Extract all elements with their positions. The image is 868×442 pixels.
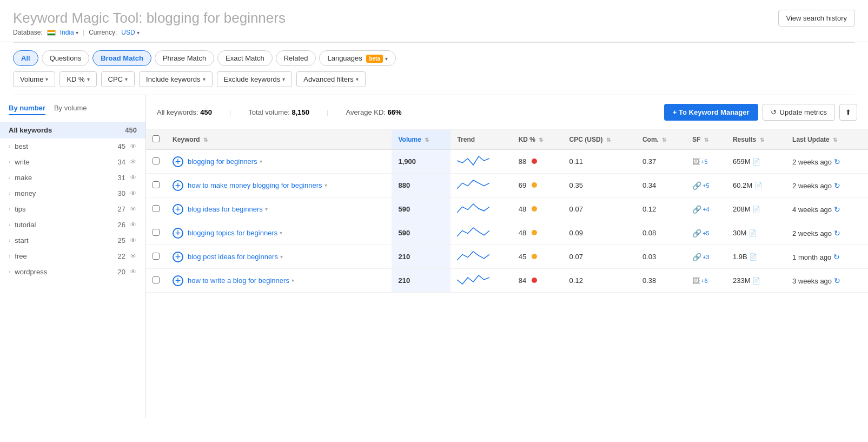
- to-keyword-manager-button[interactable]: + To Keyword Manager: [664, 104, 758, 121]
- eye-icon[interactable]: 👁: [130, 158, 137, 166]
- keyword-link[interactable]: how to make money blogging for beginners: [188, 181, 322, 189]
- volume-cell: 590: [392, 197, 450, 221]
- sidebar-item-count: 26: [118, 221, 125, 229]
- avg-kd-stat: Average KD: 66%: [346, 108, 401, 116]
- kd-cell: 48: [512, 197, 563, 221]
- add-keyword-button[interactable]: +: [173, 180, 183, 191]
- refresh-icon[interactable]: ↻: [834, 181, 840, 190]
- refresh-icon[interactable]: ↻: [834, 276, 840, 285]
- sidebar-item[interactable]: › tips 27 👁: [0, 201, 145, 217]
- eye-icon[interactable]: 👁: [130, 252, 137, 260]
- dropdown-arrow-icon[interactable]: ▾: [265, 206, 268, 212]
- th-volume[interactable]: Volume ⇅: [392, 130, 450, 150]
- eye-icon[interactable]: 👁: [130, 205, 137, 213]
- dropdown-arrow-icon[interactable]: ▾: [280, 254, 283, 260]
- update-metrics-button[interactable]: ↺ Update metrics: [763, 104, 835, 121]
- include-keywords-filter[interactable]: Include keywords ▾: [139, 71, 212, 87]
- last-update-cell: 4 weeks ago ↻: [786, 197, 868, 221]
- add-keyword-button[interactable]: +: [173, 228, 183, 239]
- chevron-right-icon: ›: [9, 238, 10, 243]
- sidebar-item[interactable]: › make 31 👁: [0, 170, 145, 186]
- table-row: + how to make money blogging for beginne…: [146, 174, 868, 197]
- eye-icon[interactable]: 👁: [130, 221, 137, 229]
- sidebar-item[interactable]: › start 25 👁: [0, 233, 145, 248]
- tab-all[interactable]: All: [13, 50, 38, 66]
- dropdown-arrow-icon[interactable]: ▾: [324, 182, 327, 188]
- sidebar-item[interactable]: › wordpress 20 👁: [0, 264, 145, 280]
- row-checkbox[interactable]: [153, 205, 160, 212]
- th-cpc[interactable]: CPC (USD) ⇅: [563, 130, 636, 150]
- sidebar-item-count: 45: [118, 142, 125, 150]
- export-button[interactable]: ⬆: [839, 104, 857, 121]
- keyword-link[interactable]: blog post ideas for beginners: [188, 253, 278, 261]
- cpc-filter[interactable]: CPC ▾: [101, 71, 135, 87]
- kd-indicator: [532, 182, 537, 188]
- th-com[interactable]: Com. ⇅: [636, 130, 686, 150]
- exclude-keywords-filter[interactable]: Exclude keywords ▾: [217, 71, 293, 87]
- kd-cell: 48: [512, 221, 563, 245]
- add-keyword-button[interactable]: +: [173, 252, 183, 262]
- eye-icon[interactable]: 👁: [130, 142, 137, 150]
- dropdown-arrow-icon[interactable]: ▾: [260, 159, 262, 164]
- refresh-icon[interactable]: ↻: [834, 229, 840, 238]
- database-dropdown[interactable]: India ▾: [60, 29, 78, 36]
- sidebar-tab-by-number[interactable]: By number: [9, 104, 45, 115]
- sidebar-item[interactable]: › write 34 👁: [0, 154, 145, 170]
- sidebar-item[interactable]: › free 22 👁: [0, 248, 145, 264]
- row-checkbox[interactable]: [153, 229, 160, 236]
- chevron-right-icon: ›: [9, 175, 10, 181]
- sidebar-tab-by-volume[interactable]: By volume: [54, 104, 87, 115]
- refresh-icon[interactable]: ↻: [833, 253, 840, 261]
- keyword-link[interactable]: blogging topics for beginners: [188, 229, 277, 237]
- stats-actions: + To Keyword Manager ↺ Update metrics ⬆: [664, 104, 857, 121]
- eye-icon[interactable]: 👁: [130, 189, 137, 197]
- refresh-icon[interactable]: ↻: [834, 157, 840, 166]
- keyword-link[interactable]: blog ideas for beginners: [188, 205, 263, 213]
- eye-icon[interactable]: 👁: [130, 268, 137, 276]
- sf-cell: 🔗 +4: [686, 197, 726, 221]
- row-checkbox[interactable]: [153, 157, 160, 164]
- cpc-cell: 0.07: [563, 197, 636, 221]
- volume-filter[interactable]: Volume ▾: [13, 71, 55, 87]
- sidebar-item[interactable]: › best 45 👁: [0, 138, 145, 154]
- dropdown-arrow-icon[interactable]: ▾: [280, 230, 282, 236]
- row-checkbox[interactable]: [153, 181, 160, 188]
- results-cell: 30M 📄: [726, 221, 786, 245]
- table-row: + blog ideas for beginners ▾ 590 48 0.07…: [146, 197, 868, 221]
- tab-broad-match[interactable]: Broad Match: [92, 50, 151, 66]
- add-keyword-button[interactable]: +: [173, 156, 183, 167]
- trend-cell: [450, 174, 512, 197]
- refresh-icon[interactable]: ↻: [834, 205, 840, 214]
- tab-questions[interactable]: Questions: [42, 50, 90, 66]
- cpc-cell: 0.12: [563, 269, 636, 293]
- kd-cell: 45: [512, 245, 563, 269]
- sidebar-item[interactable]: › money 30 👁: [0, 186, 145, 201]
- row-checkbox[interactable]: [153, 253, 160, 260]
- sidebar-item[interactable]: › tutorial 26 👁: [0, 217, 145, 233]
- add-keyword-button[interactable]: +: [173, 275, 183, 286]
- header-meta: Database: India ▾ | Currency: USD ▾: [13, 29, 286, 36]
- eye-icon[interactable]: 👁: [130, 236, 137, 245]
- advanced-filters[interactable]: Advanced filters ▾: [296, 71, 366, 87]
- th-sf[interactable]: SF ⇅: [686, 130, 726, 150]
- tab-related[interactable]: Related: [276, 50, 316, 66]
- currency-dropdown[interactable]: USD ▾: [121, 29, 140, 36]
- row-checkbox[interactable]: [153, 276, 160, 283]
- page-header: Keyword Magic Tool: blogging for beginne…: [0, 0, 868, 42]
- th-last-update[interactable]: Last Update ⇅: [786, 130, 868, 150]
- add-keyword-button[interactable]: +: [173, 204, 183, 215]
- keyword-link[interactable]: blogging for beginners: [188, 157, 257, 166]
- tab-phrase-match[interactable]: Phrase Match: [155, 50, 214, 66]
- dropdown-arrow-icon[interactable]: ▾: [291, 278, 294, 283]
- th-keyword[interactable]: Keyword ⇅: [166, 130, 392, 150]
- th-kd[interactable]: KD % ⇅: [512, 130, 563, 150]
- tab-exact-match[interactable]: Exact Match: [217, 50, 273, 66]
- view-search-history-button[interactable]: View search history: [778, 10, 855, 27]
- volume-cell: 210: [392, 245, 450, 269]
- th-results[interactable]: Results ⇅: [726, 130, 786, 150]
- select-all-checkbox[interactable]: [153, 135, 160, 142]
- kd-filter[interactable]: KD % ▾: [59, 71, 96, 87]
- eye-icon[interactable]: 👁: [130, 174, 137, 182]
- tab-languages[interactable]: Languages beta ▾: [319, 50, 395, 66]
- keyword-link[interactable]: how to write a blog for beginners: [188, 276, 289, 285]
